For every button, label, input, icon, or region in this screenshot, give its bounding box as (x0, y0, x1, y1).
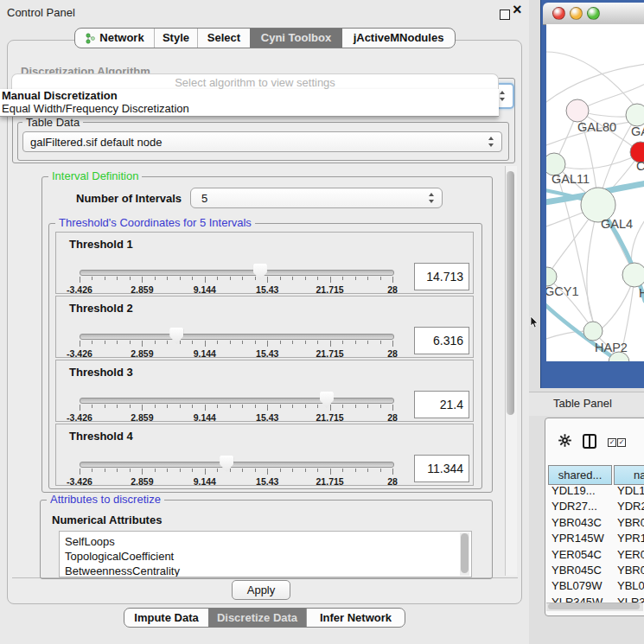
table-row[interactable]: YBR045CYBR0 (548, 564, 644, 579)
scale-label: 28 (387, 476, 398, 487)
slider-scale-labels: -3.4262.8599.14415.4321.71528 (80, 476, 392, 487)
cell-shared-name: YLR345W (552, 596, 603, 603)
attribute-item[interactable]: TopologicalCoefficient (60, 549, 471, 564)
scale-label: -3.426 (67, 412, 92, 423)
scale-label: 9.144 (194, 412, 216, 423)
network-node-gal80[interactable] (566, 99, 589, 122)
scale-label: 9.144 (194, 348, 216, 359)
cell-shared-name: YBR045C (552, 564, 602, 577)
node-label: GA (631, 124, 644, 138)
close-icon[interactable]: × (513, 2, 522, 17)
tab-jactivemnodules[interactable]: jActiveMNodules (342, 29, 455, 48)
tab-cyni-toolbox[interactable]: Cyni Toolbox (250, 29, 342, 48)
cell-shared-name: YDR27... (552, 500, 597, 513)
slider-track[interactable] (80, 462, 394, 468)
table-row[interactable]: YBR043CYBR0 (548, 516, 644, 532)
scale-label: 21.715 (316, 476, 344, 487)
scale-label: 2.859 (131, 412, 153, 423)
cell-name: YBR0 (617, 564, 644, 577)
table-row[interactable]: YLR345WYLR3 (548, 596, 644, 603)
scale-label: 28 (387, 348, 398, 359)
threshold-label: Threshold 3 (69, 366, 133, 379)
node-label: GCY1 (546, 284, 579, 298)
scale-label: 15.43 (256, 348, 278, 359)
tab-network[interactable]: Network (75, 29, 155, 48)
threshold-value-field[interactable]: 11.344 (414, 455, 469, 482)
minimize-light-icon[interactable] (570, 7, 583, 20)
control-panel: Control Panel × NetworkStyleSelectCyni T… (0, 0, 529, 644)
dropdown-item-manual-discretization[interactable]: Manual Discretization (0, 89, 499, 102)
slider-track[interactable] (80, 270, 394, 276)
cell-name: YPR1 (617, 532, 644, 545)
network-node-hap2[interactable] (583, 322, 603, 341)
slider-track[interactable] (80, 398, 394, 404)
number-of-intervals-value: 5 (201, 192, 207, 205)
table-data-combobox[interactable]: galFiltered.sif default node (22, 131, 502, 152)
numerical-attributes-label: Numerical Attributes (52, 513, 162, 526)
scale-label: 21.715 (316, 412, 344, 423)
scale-label: 15.43 (256, 412, 278, 423)
threshold-panel-2: Threshold 2-3.4262.8599.14415.4321.71528… (55, 296, 474, 358)
tab-style[interactable]: Style (155, 29, 198, 48)
column-split-icon[interactable] (583, 434, 596, 449)
scale-label: 28 (387, 412, 398, 423)
dropdown-item-equal-width-frequency-discretization[interactable]: Equal Width/Frequency Discretization (0, 102, 499, 115)
threshold-value-field[interactable]: 21.4 (414, 391, 469, 418)
network-node-gcy1[interactable] (546, 267, 557, 286)
apply-button[interactable]: Apply (232, 580, 290, 600)
cell-shared-name: YBL079W (552, 579, 603, 592)
interval-definition-title: Interval Definition (48, 170, 142, 182)
cell-shared-name: YBR043C (552, 516, 602, 529)
zoom-light-icon[interactable] (587, 7, 600, 20)
combo-spinner-icon[interactable] (500, 91, 506, 101)
attribute-item[interactable]: BetweennessCentrality (60, 564, 471, 577)
slider-ticks (80, 277, 392, 284)
combo-spinner-icon[interactable] (488, 137, 494, 147)
node-label: C (636, 159, 644, 173)
network-graph[interactable]: GAL80GACGAL11GAL4GCY1HHAP2 (546, 24, 644, 361)
cell-name: YER0 (617, 548, 644, 561)
gear-icon[interactable] (558, 434, 571, 447)
float-window-icon[interactable] (500, 10, 510, 20)
slider-scale-labels: -3.4262.8599.14415.4321.71528 (80, 412, 392, 423)
network-node-ga[interactable] (626, 104, 644, 126)
tab-label: jActiveMNodules (354, 29, 444, 48)
close-light-icon[interactable] (552, 7, 565, 20)
number-of-intervals-combobox[interactable]: 5 (190, 188, 443, 208)
tab-select[interactable]: Select (198, 29, 250, 48)
slider-scale-labels: -3.4262.8599.14415.4321.71528 (80, 348, 392, 359)
table-header-name[interactable]: na (614, 465, 644, 485)
checkbox-icon[interactable]: ✓ (608, 438, 616, 447)
table-row[interactable]: YBL079WYBL0 (548, 579, 644, 595)
bottom-tab-impute-data[interactable]: Impute Data (124, 609, 208, 627)
table-data-title: Table Data (22, 117, 83, 128)
threshold-value-field[interactable]: 6.316 (414, 327, 469, 354)
number-of-intervals-label: Number of Intervals (76, 192, 182, 205)
scale-label: 15.43 (256, 284, 278, 295)
bottom-tab-infer-network[interactable]: Infer Network (306, 609, 405, 627)
algorithm-combobox-hint: Select algorithm to view settings (11, 73, 499, 90)
node-label: GAL4 (601, 217, 633, 231)
checkbox-icon[interactable]: ✓ (617, 438, 626, 447)
threshold-panel-4: Threshold 4-3.4262.8599.14415.4321.71528… (55, 424, 474, 486)
bottom-tab-discretize-data[interactable]: Discretize Data (208, 609, 306, 627)
table-header-shared[interactable]: shared... (548, 465, 612, 485)
table-row[interactable]: YPR145WYPR1 (548, 532, 644, 547)
combo-spinner-icon[interactable] (429, 193, 435, 203)
attribute-item[interactable]: SelfLoops (60, 534, 471, 549)
horizontal-scrollbar-thumb[interactable] (548, 603, 640, 609)
numerical-attributes-list[interactable]: SelfLoopsTopologicalCoefficientBetweenne… (59, 531, 472, 577)
table-row[interactable]: YDL19...YDL1 (548, 484, 644, 500)
threshold-label: Threshold 4 (69, 430, 133, 443)
table-row[interactable]: YER054CYER0 (548, 548, 644, 564)
vertical-scrollbar-thumb[interactable] (507, 171, 514, 415)
slider-track[interactable] (80, 334, 394, 340)
threshold-value-field[interactable]: 14.713 (414, 263, 469, 290)
tab-label: Select (207, 29, 240, 48)
attributes-list-scrollbar-thumb[interactable] (461, 533, 469, 573)
network-icon (85, 33, 96, 44)
scale-label: 9.144 (194, 476, 216, 487)
network-node-h[interactable] (622, 263, 644, 287)
table-row[interactable]: YDR27...YDR2 (548, 500, 644, 515)
scale-label: -3.426 (67, 348, 92, 359)
